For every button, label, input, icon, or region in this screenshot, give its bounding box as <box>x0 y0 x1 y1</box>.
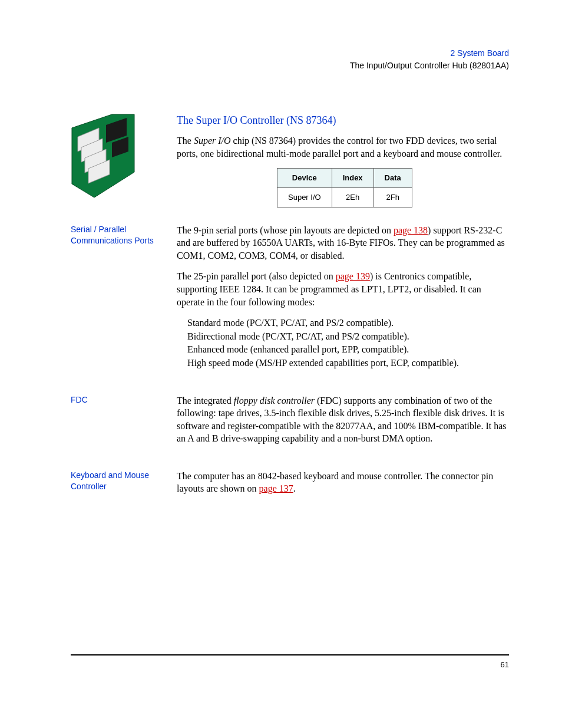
mode-list: Standard mode (PC/XT, PC/AT, and PS/2 co… <box>177 317 509 369</box>
td-device: Super I/O <box>277 188 332 207</box>
serial-parallel-label: Serial / Parallel Communications Ports <box>71 224 171 247</box>
th-index: Index <box>332 169 373 188</box>
footer-rule <box>71 654 509 655</box>
superio-title: The Super I/O Controller (NS 87364) <box>177 113 509 127</box>
superio-intro: The Super I/O chip (NS 87364) provides t… <box>177 134 509 160</box>
th-data: Data <box>373 169 412 188</box>
header-chapter: 2 System Board <box>71 47 509 60</box>
td-index: 2Eh <box>332 188 373 207</box>
link-page-138[interactable]: page 138 <box>394 225 428 235</box>
mode-highspeed: High speed mode (MS/HP extended capabili… <box>187 357 509 370</box>
kbm-paragraph: The computer has an 8042-based keyboard … <box>177 470 509 495</box>
page-footer: 61 <box>71 654 509 669</box>
serial-p2: The 25-pin parallel port (also depicted … <box>177 270 509 308</box>
page-number: 61 <box>71 660 509 669</box>
header-section: The Input/Output Controller Hub (82801AA… <box>71 60 509 72</box>
mode-standard: Standard mode (PC/XT, PC/AT, and PS/2 co… <box>187 317 509 330</box>
fdc-label: FDC <box>71 394 171 406</box>
page-header: 2 System Board The Input/Output Controll… <box>71 47 509 72</box>
fdc-term: floppy disk controller <box>234 396 315 406</box>
mode-enhanced: Enhanced mode (enhanced parallel port, E… <box>187 343 509 356</box>
mode-bidirectional: Bidirectional mode (PC/XT, PC/AT, and PS… <box>187 330 509 343</box>
system-board-image <box>71 113 135 199</box>
superio-table: Device Index Data Super I/O 2Eh 2Fh <box>277 168 412 207</box>
superio-chip-name: Super I/O <box>194 136 231 146</box>
kbm-label: Keyboard and Mouse Controller <box>71 470 171 493</box>
td-data: 2Fh <box>373 188 412 207</box>
fdc-paragraph: The integrated floppy disk controller (F… <box>177 394 509 445</box>
serial-p1: The 9-pin serial ports (whose pin layout… <box>177 224 509 262</box>
link-page-139[interactable]: page 139 <box>336 271 370 281</box>
link-page-137[interactable]: page 137 <box>259 483 293 493</box>
th-device: Device <box>277 169 332 188</box>
